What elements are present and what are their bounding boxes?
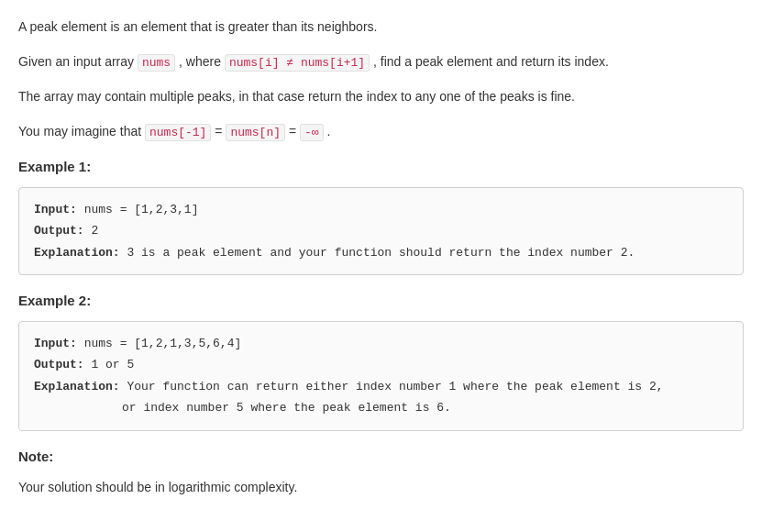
example2-explanation-indent: or index number 5 where the peak element…	[34, 397, 451, 418]
example2-input-line: Input: nums = [1,2,1,3,5,6,4]	[34, 333, 728, 354]
example1-output-line: Output: 2	[34, 220, 728, 241]
example2-input-val: = [1,2,1,3,5,6,4]	[120, 337, 242, 350]
example2-explanation-line: Explanation: Your function can return ei…	[34, 376, 728, 397]
example2-output-label: Output:	[34, 358, 84, 371]
example2-output-line: Output: 1 or 5	[34, 354, 728, 375]
code-nums-minus1: nums[-1]	[145, 124, 211, 141]
desc4-dot: .	[326, 124, 330, 139]
example2-explanation-text1: Your function can return either index nu…	[127, 380, 663, 393]
code-minus-inf: -∞	[300, 124, 324, 141]
example1-explanation-line: Explanation: 3 is a peak element and you…	[34, 242, 728, 263]
example2-title: Example 2:	[18, 290, 744, 312]
desc4-pre: You may imagine that	[18, 124, 141, 139]
code-nums: nums	[138, 54, 175, 72]
description-line4: You may imagine that nums[-1] = nums[n] …	[18, 121, 744, 143]
example1-input-var: nums	[84, 203, 113, 216]
desc2-mid: , where	[179, 54, 221, 69]
note-section: Note: Your solution should be in logarit…	[18, 446, 744, 499]
description-line3: The array may contain multiple peaks, in…	[18, 86, 744, 108]
example2-explanation-label: Explanation:	[34, 380, 120, 393]
example2-input-label: Input:	[34, 337, 77, 350]
example1-output-val: 2	[91, 224, 98, 238]
example2-input-var: nums	[84, 337, 113, 350]
example1-input-line: Input: nums = [1,2,3,1]	[34, 199, 728, 220]
example1-title: Example 1:	[18, 156, 744, 178]
note-text: Your solution should be in logarithmic c…	[18, 477, 744, 499]
note-title: Note:	[18, 446, 744, 468]
code-nums-n: nums[n]	[226, 124, 285, 141]
code-condition: nums[i] ≠ nums[i+1]	[225, 54, 370, 72]
example1-input-label: Input:	[34, 203, 77, 216]
example2-explanation-line2: or index number 5 where the peak element…	[34, 397, 728, 418]
description-line1: A peak element is an element that is gre…	[18, 17, 744, 39]
desc2-pre: Given an input array	[18, 54, 134, 69]
example1-explanation-label: Explanation:	[34, 246, 120, 260]
example1-output-label: Output:	[34, 224, 84, 238]
example2-box: Input: nums = [1,2,1,3,5,6,4] Output: 1 …	[18, 321, 744, 431]
desc4-eq2: =	[289, 124, 296, 139]
desc2-post: , find a peak element and return its ind…	[373, 54, 609, 69]
desc4-eq1: =	[215, 124, 222, 139]
example1-box: Input: nums = [1,2,3,1] Output: 2 Explan…	[18, 187, 744, 275]
example1-explanation-text: 3 is a peak element and your function sh…	[127, 246, 635, 260]
example2-output-val: 1 or 5	[91, 358, 134, 371]
description-line2: Given an input array nums , where nums[i…	[18, 51, 744, 73]
example1-input-val: = [1,2,3,1]	[120, 203, 199, 216]
